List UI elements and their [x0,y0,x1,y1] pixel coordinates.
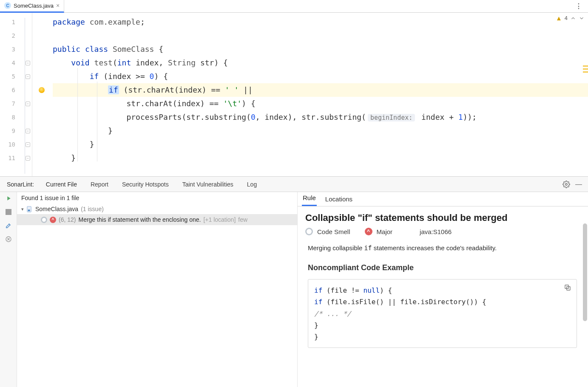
intention-bulb-icon[interactable] [39,87,45,93]
error-stripe[interactable] [583,27,588,176]
code-area[interactable]: package com.example; public class SomeCl… [51,13,588,176]
java-file-icon [26,206,33,212]
tab-report[interactable]: Report [84,181,115,188]
detail-scrollbar[interactable] [583,223,587,383]
file-name: SomeClass.java [35,206,78,212]
rule-key: java:S1066 [420,228,452,235]
svg-rect-3 [28,209,30,211]
code-editor[interactable]: 1234 5678 91011 − − − − − − package com.… [0,13,588,177]
rule-meta: Code Smell ^ Major java:S1066 [305,228,580,235]
sonarlint-tabstrip: SonarLint: Current File Report Security … [0,177,588,192]
svg-point-0 [565,183,568,185]
code-smell-icon [41,217,47,223]
issue-age: few [238,216,247,223]
code-smell-icon [305,228,313,235]
chevron-up-icon[interactable] [570,15,576,21]
issues-file-node[interactable]: ▾ SomeClass.java (1 issue) [17,204,297,214]
sonarlint-panel: Found 1 issue in 1 file ▾ SomeClass.java… [0,192,588,387]
java-class-icon: C [4,2,11,9]
fold-toggle-icon[interactable]: − [26,61,30,65]
issue-row[interactable]: ^ (6, 12) Merge this if statement with t… [17,214,297,225]
copy-icon[interactable] [564,284,572,292]
inlay-hint: beginIndex: [368,114,415,121]
detail-tabs: Rule Locations [298,192,588,206]
rule-detail-pane: Rule Locations Collapsible "if" statemen… [298,192,588,387]
fold-toggle-icon[interactable]: − [26,156,30,161]
configure-icon[interactable] [5,222,12,229]
inspection-widget[interactable]: ▲ 4 [556,14,585,22]
tab-security-hotspots[interactable]: Security Hotspots [115,181,176,188]
issues-tree: Found 1 issue in 1 file ▾ SomeClass.java… [17,192,298,387]
settings-gear-icon[interactable] [560,181,573,188]
tab-taint-vulnerabilities[interactable]: Taint Vulnerabilities [176,181,240,188]
warning-icon: ▲ [556,14,562,22]
issue-location: (6, 12) [59,216,76,223]
issue-message: Merge this if statement with the enclosi… [78,216,201,223]
fold-toggle-icon[interactable]: − [26,142,30,147]
annotation-gutter [32,13,51,176]
issues-summary: Found 1 issue in 1 file [17,192,297,204]
sonarlint-sidebar [0,192,17,387]
minimize-panel-icon[interactable]: — [573,181,585,188]
editor-tabbar: C SomeClass.java × ⋮ [0,0,588,13]
rule-description: Merging collapsible if statements increa… [308,243,580,253]
close-tab-icon[interactable]: × [56,3,60,8]
rule-title: Collapsible "if" statements should be me… [305,212,580,223]
fold-toggle-icon[interactable]: − [26,102,30,106]
rule-detail-body: Collapsible "if" statements should be me… [298,206,588,387]
major-severity-icon: ^ [365,228,372,235]
rule-severity: Major [377,228,393,235]
fold-toggle-icon[interactable]: − [26,129,30,133]
tab-log[interactable]: Log [240,181,264,188]
noncompliant-code-block: if (file != null) { if (file.isFile() ||… [308,279,577,348]
issue-extra-locations: [+1 location] [203,216,236,223]
line-number-gutter: 1234 5678 91011 [0,13,20,176]
major-severity-icon: ^ [50,217,56,223]
tab-rule[interactable]: Rule [302,192,317,206]
tab-file-name: SomeClass.java [14,3,54,9]
chevron-down-icon[interactable] [579,15,585,21]
fold-toggle-icon[interactable]: − [26,74,30,79]
file-issue-count: (1 issue) [81,206,104,212]
warning-count: 4 [565,15,568,21]
rule-type: Code Smell [317,228,350,235]
tab-overflow-icon[interactable]: ⋮ [569,2,588,10]
fold-gutter: − − − − − − [20,13,32,176]
chevron-down-icon: ▾ [21,206,24,212]
stop-icon[interactable] [5,208,12,216]
clear-icon[interactable] [5,235,12,243]
tab-locations[interactable]: Locations [324,193,353,206]
tab-current-file[interactable]: Current File [39,181,84,188]
sonarlint-label: SonarLint: [2,181,39,188]
run-analysis-icon[interactable] [5,195,12,202]
noncompliant-heading: Noncompliant Code Example [308,263,580,272]
tab-someclass[interactable]: C SomeClass.java × [0,0,64,13]
